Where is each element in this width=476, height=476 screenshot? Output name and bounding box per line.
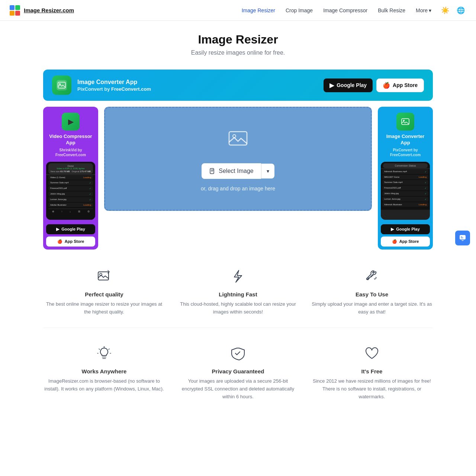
features-grid-top: Perfect quality The best online image re…: [43, 254, 433, 325]
upload-section: Select Image ▾ or, drag and drop an imag…: [104, 107, 372, 250]
hero-section: Image Resizer Easily resize images onlin…: [43, 21, 433, 64]
brand-logo-link[interactable]: Image Resizer.com: [9, 4, 74, 16]
feature-title-3: Easy To Use: [311, 291, 433, 298]
image-converter-icon: [57, 80, 67, 90]
feature-desc-1: The best online image resizer to resize …: [43, 300, 165, 316]
sun-icon: ☀️: [441, 6, 449, 15]
left-ad-subtitle: ShrinkVid by FreeConvert.com: [48, 148, 94, 157]
features-grid-bottom: Works Anywhere ImageResizer.com is brows…: [43, 331, 433, 409]
feature-desc-2: This cloud-hosted, highly scalable tool …: [177, 300, 299, 316]
content-with-ads: ▶ Video Compressor App ShrinkVid by Free…: [43, 107, 433, 250]
right-ad-icon: [396, 113, 414, 131]
nav-more[interactable]: More ▾: [411, 5, 436, 16]
feature-privacy: Privacy Guaranteed Your images are uploa…: [177, 346, 299, 401]
brand-logo-icon: [9, 4, 21, 16]
apple-icon-right: 🍎: [392, 239, 397, 244]
lightning-icon: [177, 269, 299, 287]
svg-line-17: [99, 349, 100, 350]
feature-desc-3: Simply upload your image and enter a tar…: [311, 300, 433, 316]
left-google-play-button[interactable]: ▶ Google Play: [46, 224, 95, 234]
svg-line-18: [109, 349, 109, 350]
feature-easy-to-use: Easy To Use Simply upload your image and…: [311, 269, 433, 316]
apple-icon: 🍎: [383, 82, 390, 89]
nav-icon-group: ☀️ 🌐: [439, 4, 467, 17]
svg-rect-2: [15, 5, 20, 10]
google-play-icon: ▶: [329, 82, 334, 89]
chat-icon: [459, 234, 466, 242]
navbar: Image Resizer.com Image Resizer Crop Ima…: [0, 0, 476, 21]
select-image-dropdown-button[interactable]: ▾: [261, 164, 274, 178]
right-google-play-button[interactable]: ▶ Google Play: [381, 224, 430, 234]
file-icon: [209, 168, 216, 174]
feature-works-anywhere: Works Anywhere ImageResizer.com is brows…: [43, 346, 165, 401]
right-app-store-button[interactable]: 🍎 App Store: [381, 237, 430, 247]
theme-toggle-button[interactable]: ☀️: [439, 4, 451, 17]
right-ad-header: Image Converter App PixConvert by FreeCo…: [378, 107, 433, 160]
feature-desc-4: ImageResizer.com is browser-based (no so…: [43, 377, 165, 393]
language-button[interactable]: 🌐: [454, 4, 467, 17]
drag-drop-hint: or, drag and drop an image here: [201, 186, 275, 192]
top-app-store-button[interactable]: 🍎 App Store: [376, 78, 424, 92]
svg-rect-22: [461, 237, 462, 237]
feature-free: It's Free Since 2012 we have resized mil…: [311, 346, 433, 401]
svg-point-12: [403, 120, 405, 121]
right-ad-buttons: ▶ Google Play 🍎 App Store: [378, 221, 433, 250]
google-play-icon-left: ▶: [56, 227, 59, 232]
feature-title-5: Privacy Guaranteed: [177, 368, 299, 374]
svg-rect-23: [461, 238, 463, 238]
svg-rect-4: [15, 11, 20, 16]
dropdown-arrow-icon: ▾: [267, 168, 269, 174]
left-app-store-button[interactable]: 🍎 App Store: [46, 237, 95, 247]
lightbulb-icon: [43, 346, 165, 364]
right-ad-title: Image Converter App: [382, 134, 428, 146]
feature-title-6: It's Free: [311, 368, 433, 374]
feature-title-1: Perfect quality: [43, 291, 165, 298]
top-banner-subtitle: PixConvert by FreeConvert.com: [77, 86, 318, 92]
left-phone-mockup: Done Video is 63% (1.1GB) lighter New si…: [46, 162, 95, 220]
brand-name: Image Resizer.com: [24, 7, 74, 13]
svg-rect-21: [460, 235, 466, 239]
shield-icon: [177, 346, 299, 364]
left-ad-buttons: ▶ Google Play 🍎 App Store: [43, 221, 98, 250]
select-image-label: Select Image: [219, 168, 253, 174]
right-ad-subtitle: PixConvert by FreeConvert.com: [382, 148, 428, 157]
globe-icon: 🌐: [457, 6, 465, 15]
bottom-spacer: [43, 410, 433, 422]
features-divider: [43, 328, 433, 328]
top-banner-icon: [52, 75, 71, 95]
nav-bulk-resize[interactable]: Bulk Resize: [373, 5, 410, 16]
top-banner-buttons: ▶ Google Play 🍎 App Store: [324, 78, 424, 92]
nav-crop-image[interactable]: Crop Image: [281, 5, 317, 16]
chat-button[interactable]: [455, 231, 470, 245]
feature-desc-6: Since 2012 we have resized millions of i…: [311, 377, 433, 401]
main-content: Image Resizer Easily resize images onlin…: [37, 21, 439, 422]
upload-dropzone[interactable]: Select Image ▾ or, drag and drop an imag…: [104, 107, 372, 211]
nav-links: Image Resizer Crop Image Image Compresso…: [237, 5, 436, 16]
right-ad-panel: Image Converter App PixConvert by FreeCo…: [378, 107, 433, 250]
feature-lightning-fast: Lightning Fast This cloud-hosted, highly…: [177, 269, 299, 316]
google-play-icon-right: ▶: [391, 227, 394, 232]
top-google-play-button[interactable]: ▶ Google Play: [324, 78, 373, 92]
top-banner-text: Image Converter App PixConvert by FreeCo…: [77, 79, 318, 92]
svg-rect-8: [229, 132, 247, 145]
upload-image-icon: [226, 126, 250, 154]
left-ad-icon: ▶: [62, 113, 80, 131]
right-phone-mockup: Conversion Status Adrenck Business.mp4 ✓…: [381, 162, 430, 220]
feature-perfect-quality: Perfect quality The best online image re…: [43, 269, 165, 316]
tools-icon: [311, 269, 433, 287]
image-quality-icon: [43, 269, 165, 287]
nav-image-compressor[interactable]: Image Compressor: [319, 5, 372, 16]
hero-subtitle: Easily resize images online for free.: [43, 49, 433, 56]
chevron-down-icon: ▾: [429, 7, 431, 13]
select-image-button[interactable]: Select Image: [202, 163, 261, 179]
top-banner-title: Image Converter App: [77, 79, 318, 86]
feature-desc-5: Your images are uploaded via a secure 25…: [177, 377, 299, 401]
upload-button-row: Select Image ▾: [202, 163, 274, 179]
top-ad-banner: Image Converter App PixConvert by FreeCo…: [43, 70, 433, 101]
page-title: Image Resizer: [43, 33, 433, 46]
nav-image-resizer[interactable]: Image Resizer: [237, 5, 280, 16]
svg-rect-3: [10, 11, 15, 16]
left-ad-title: Video Compressor App: [48, 134, 94, 146]
feature-title-4: Works Anywhere: [43, 368, 165, 374]
svg-rect-1: [10, 5, 15, 10]
